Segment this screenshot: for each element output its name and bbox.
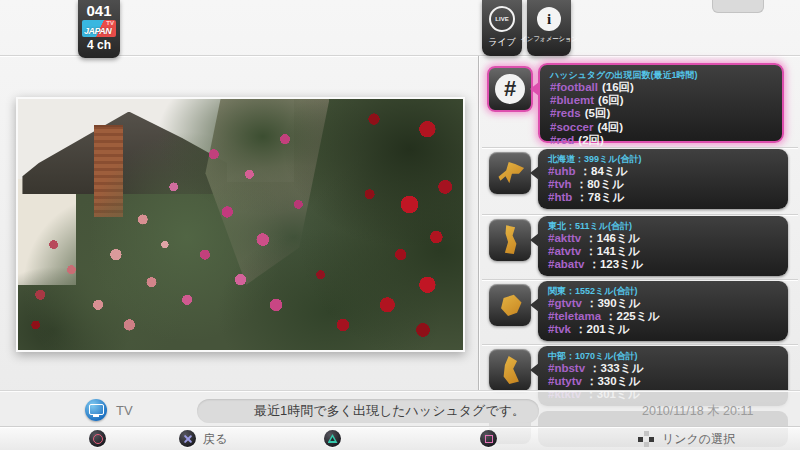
hashtag-link[interactable]: #uhb	[548, 165, 575, 177]
hashtag-link[interactable]: #utytv	[548, 375, 582, 387]
circle-button-icon[interactable]	[89, 430, 106, 447]
tohoku-map-icon	[494, 224, 526, 256]
region-title: 中部：1070ミル(合計)	[548, 350, 778, 362]
hokkaido-tile[interactable]	[489, 152, 531, 194]
live-icon: LIVE	[489, 6, 515, 32]
bubble-tail	[530, 166, 539, 180]
bubble-tail	[530, 363, 539, 377]
kanto-map-icon	[494, 289, 526, 321]
hokkaido-map-icon	[494, 157, 526, 189]
hokkaido-bubble[interactable]: 北海道：399ミル(合計) #uhb：84ミル #tvh：80ミル #htb：7…	[538, 149, 788, 209]
region-title: 東北：511ミル(合計)	[548, 220, 778, 232]
region-row: #uhb：84ミル	[548, 165, 778, 178]
region-value: ：390ミル	[586, 297, 640, 309]
hashtag-link[interactable]: #football	[550, 81, 598, 93]
cross-button-icon[interactable]	[179, 430, 196, 447]
region-value: ：84ミル	[579, 165, 627, 177]
region-row: #utytv：330ミル	[548, 375, 778, 388]
square-button-icon[interactable]	[480, 430, 497, 447]
hashtag-link[interactable]: #akttv	[548, 232, 581, 244]
region-value: ：141ミル	[585, 245, 639, 257]
link-select-label: リンクの選択	[662, 427, 735, 450]
hashtag-count: (5回)	[585, 107, 611, 119]
information-button[interactable]: i インフォメーション	[527, 0, 571, 56]
hashtag-link[interactable]: #gtvtv	[548, 297, 582, 309]
hashtag-row: #red(2回)	[550, 134, 772, 147]
kanto-bubble[interactable]: 関東：1552ミル(合計) #gtvtv：390ミル #teletama：225…	[538, 281, 788, 341]
hashtag-count: (6回)	[598, 94, 624, 106]
region-value: ：78ミル	[576, 191, 624, 203]
region-value: ：201ミル	[575, 323, 629, 335]
bubble-tail	[530, 82, 539, 96]
hashtag-link[interactable]: #abatv	[548, 258, 584, 270]
hashtag-link[interactable]: #tvh	[548, 178, 572, 190]
hashtag-link[interactable]: #soccer	[550, 121, 593, 133]
information-button-label: インフォメーション	[520, 35, 577, 44]
tohoku-bubble[interactable]: 東北：511ミル(合計) #akttv：146ミル #atvtv：141ミル #…	[538, 216, 788, 276]
tv-video-preview[interactable]	[16, 97, 465, 352]
hashtag-row: #bluemt(6回)	[550, 94, 772, 107]
hashtag-link[interactable]: #nbstv	[548, 362, 585, 374]
hashtag-link[interactable]: #teletama	[548, 310, 601, 322]
control-bar: 戻る リンクの選択	[0, 426, 800, 450]
chubu-map-icon	[494, 354, 526, 386]
info-icon: i	[537, 7, 561, 31]
hashtag-count: (16回)	[602, 81, 634, 93]
logo-main-text: JAPAN	[84, 26, 111, 36]
back-label: 戻る	[203, 427, 227, 450]
region-row: #tvh：80ミル	[548, 178, 778, 191]
region-value: ：146ミル	[585, 232, 639, 244]
hashtag-link[interactable]: #bluemt	[550, 94, 594, 106]
hashtag-link[interactable]: #htb	[548, 191, 572, 203]
region-row: #abatv：123ミル	[548, 258, 778, 271]
tohoku-tile[interactable]	[489, 219, 531, 261]
triangle-button-icon[interactable]	[324, 430, 341, 447]
hashtag-tile[interactable]: #	[487, 66, 533, 112]
hashtag-icon: #	[489, 68, 531, 110]
panel-separator	[482, 344, 798, 345]
region-value: ：123ミル	[588, 258, 642, 270]
hashtag-link[interactable]: #reds	[550, 107, 581, 119]
region-value: ：225ミル	[605, 310, 659, 322]
panel-separator	[482, 147, 798, 148]
channel-label: 4 ch	[87, 38, 111, 52]
hashtag-row: #football(16回)	[550, 81, 772, 94]
chubu-tile[interactable]	[489, 349, 531, 391]
region-title: 関東：1552ミル(合計)	[548, 285, 778, 297]
region-row: #teletama：225ミル	[548, 310, 778, 323]
scroll-tab[interactable]	[712, 0, 764, 13]
hashtag-link[interactable]: #red	[550, 134, 574, 146]
kanto-tile[interactable]	[489, 284, 531, 326]
region-row: #tvk：201ミル	[548, 323, 778, 336]
panel-separator	[482, 279, 798, 280]
channel-number: 041	[86, 2, 111, 19]
dpad-left-right-icon	[638, 433, 654, 445]
hashtag-bubble[interactable]: ハッシュタグの出現回数(最近1時間) #football(16回) #bluem…	[538, 63, 784, 143]
hashtag-count: (4回)	[597, 121, 623, 133]
region-row: #akttv：146ミル	[548, 232, 778, 245]
hashtag-count: (2回)	[578, 134, 604, 146]
live-button[interactable]: LIVE ライブ	[482, 0, 522, 56]
live-button-label: ライブ	[488, 36, 516, 49]
hashtag-row: #soccer(4回)	[550, 121, 772, 134]
region-row: #gtvtv：390ミル	[548, 297, 778, 310]
region-value: ：333ミル	[589, 362, 643, 374]
bubble-tail	[530, 298, 539, 312]
datetime-display: 2010/11/18 木 20:11	[642, 403, 753, 420]
hashtag-panel-title: ハッシュタグの出現回数(最近1時間)	[550, 69, 772, 81]
hashtag-row: #reds(5回)	[550, 107, 772, 120]
region-value: ：80ミル	[576, 178, 624, 190]
bubble-tail	[530, 233, 539, 247]
broadcaster-logo: TV JAPAN	[82, 20, 116, 37]
hashtag-link[interactable]: #atvtv	[548, 245, 581, 257]
hashtag-link[interactable]: #tvk	[548, 323, 571, 335]
region-row: #atvtv：141ミル	[548, 245, 778, 258]
content-divider	[478, 56, 479, 390]
region-value: ：330ミル	[586, 375, 640, 387]
tv-source-label: TV	[116, 403, 133, 418]
tv-hashtag-screen: 041 TV JAPAN 4 ch LIVE ライブ i インフォメーション #…	[0, 0, 800, 450]
region-title: 北海道：399ミル(合計)	[548, 153, 778, 165]
top-divider	[0, 55, 800, 56]
panel-separator	[482, 214, 798, 215]
tv-source-icon	[85, 399, 107, 421]
